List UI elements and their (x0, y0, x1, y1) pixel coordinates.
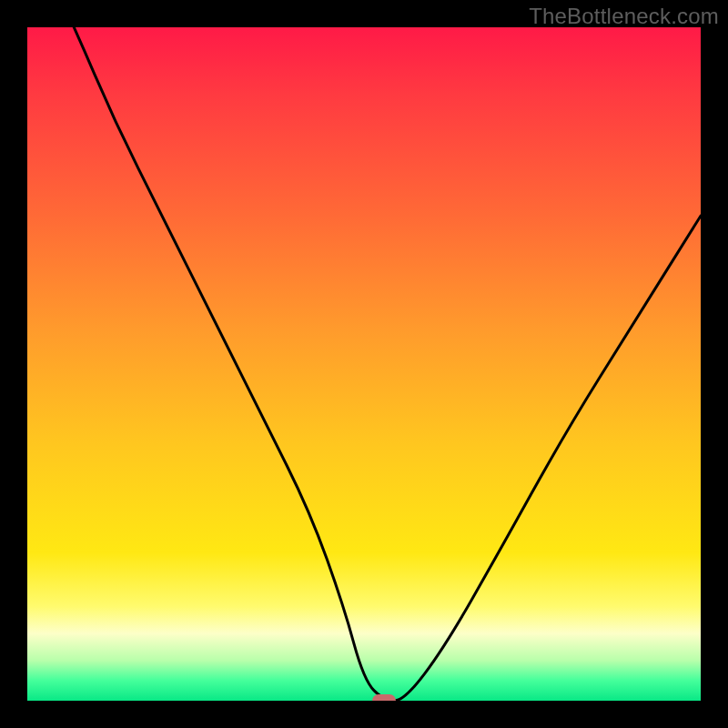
optimal-marker (372, 694, 396, 701)
plot-area (27, 27, 701, 701)
chart-frame: TheBottleneck.com (0, 0, 728, 728)
bottleneck-curve (27, 27, 701, 701)
curve-path (27, 27, 701, 701)
watermark-text: TheBottleneck.com (529, 4, 719, 29)
